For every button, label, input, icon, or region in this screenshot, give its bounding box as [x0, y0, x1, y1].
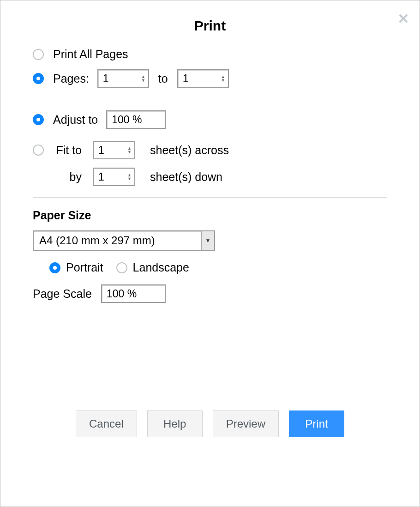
page-from-input[interactable]: 1 ▲▼ [97, 69, 149, 88]
page-to-input[interactable]: 1 ▲▼ [177, 69, 229, 88]
close-icon[interactable]: × [398, 10, 408, 27]
dialog-title: Print [0, 18, 420, 34]
page-from-value: 1 [103, 72, 109, 85]
print-dialog: × Print Print All Pages Pages: 1 ▲▼ to 1… [0, 0, 420, 507]
adjust-percent-value: 100 % [112, 114, 142, 126]
stepper-icon[interactable]: ▲▼ [127, 146, 132, 154]
sheets-across-label: sheet(s) across [141, 144, 387, 157]
radio-landscape[interactable] [116, 262, 127, 273]
page-scale-value: 100 % [107, 288, 137, 300]
cancel-button[interactable]: Cancel [76, 410, 137, 437]
sheets-across-input[interactable]: 1 ▲▼ [93, 141, 135, 159]
page-to-value: 1 [183, 72, 189, 85]
radio-portrait[interactable] [49, 262, 60, 273]
divider [33, 99, 387, 99]
stepper-icon[interactable]: ▲▼ [221, 75, 225, 82]
button-bar: Cancel Help Preview Print [0, 410, 420, 437]
paper-size-value: A4 (210 mm x 297 mm) [39, 234, 155, 247]
landscape-label: Landscape [133, 261, 189, 274]
radio-adjust-to[interactable] [33, 114, 44, 125]
fit-to-label: Fit to [53, 144, 90, 157]
sheets-down-input[interactable]: 1 ▲▼ [93, 168, 135, 186]
divider [33, 197, 387, 198]
sheets-down-value: 1 [98, 171, 104, 183]
sheets-down-label: sheet(s) down [141, 170, 387, 184]
to-label: to [158, 72, 168, 85]
help-button[interactable]: Help [147, 410, 203, 437]
paper-size-heading: Paper Size [33, 209, 387, 222]
preview-button[interactable]: Preview [213, 410, 279, 437]
page-scale-input[interactable]: 100 % [101, 284, 166, 303]
orientation-group: Portrait Landscape [49, 261, 387, 274]
page-scale-label: Page Scale [33, 287, 92, 301]
stepper-icon[interactable]: ▲▼ [127, 173, 132, 181]
sheets-across-value: 1 [98, 144, 104, 157]
scale-section: Adjust to 100 % Fit to 1 ▲▼ sheet(s) acr… [0, 110, 420, 186]
paper-section: Paper Size A4 (210 mm x 297 mm) ▼ Portra… [0, 209, 420, 303]
pages-section: Print All Pages Pages: 1 ▲▼ to 1 ▲▼ [0, 48, 420, 88]
pages-label: Pages: [53, 72, 89, 85]
radio-page-range[interactable] [33, 73, 44, 84]
stepper-icon[interactable]: ▲▼ [141, 75, 145, 82]
adjust-percent-input[interactable]: 100 % [106, 110, 166, 129]
print-button[interactable]: Print [289, 410, 344, 437]
radio-all-pages[interactable] [33, 49, 44, 60]
all-pages-label: Print All Pages [53, 48, 128, 61]
portrait-label: Portrait [66, 261, 103, 274]
by-label: by [53, 170, 90, 184]
paper-size-select[interactable]: A4 (210 mm x 297 mm) ▼ [33, 230, 215, 251]
adjust-to-label: Adjust to [53, 113, 98, 127]
radio-fit-to[interactable] [33, 145, 44, 156]
chevron-down-icon: ▼ [201, 231, 214, 250]
